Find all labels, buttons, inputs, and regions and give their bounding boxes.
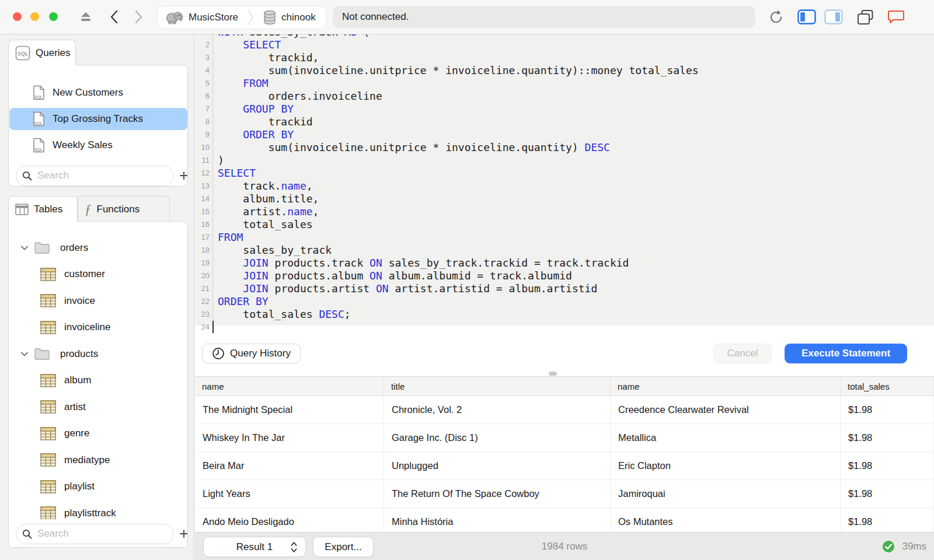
table-cell: Minha História bbox=[384, 508, 611, 536]
breadcrumb-server[interactable]: MusicStore bbox=[157, 10, 246, 25]
tree-table-row[interactable]: playlist bbox=[9, 474, 187, 500]
clock-icon bbox=[212, 347, 225, 360]
add-query-button[interactable]: + bbox=[179, 168, 188, 184]
tree-table-row[interactable]: album bbox=[9, 368, 187, 394]
query-item[interactable]: SQLWeekly Sales bbox=[9, 134, 187, 156]
query-item-label: Top Grossing Tracks bbox=[53, 113, 143, 125]
tree-label: invoiceline bbox=[64, 321, 110, 333]
code-line[interactable]: 21 JOIN products.artist ON artist.artist… bbox=[195, 282, 934, 295]
queries-panel: SQLNew Customers SQLTop Grossing Tracks … bbox=[8, 65, 188, 187]
code-line[interactable]: 22 ORDER BY bbox=[195, 295, 934, 308]
table-icon bbox=[40, 268, 56, 281]
code-line[interactable]: 14 album.title, bbox=[195, 192, 934, 205]
breadcrumb-database[interactable]: chinook bbox=[255, 10, 324, 25]
code-line[interactable]: 13 track.name, bbox=[195, 180, 934, 192]
code-line[interactable]: 16 total_sales bbox=[195, 218, 934, 231]
queries-search-row: + bbox=[9, 162, 187, 187]
chevron-down-icon[interactable] bbox=[20, 245, 29, 251]
export-button[interactable]: Export... bbox=[313, 537, 374, 557]
sidebar-left-icon[interactable] bbox=[797, 9, 816, 24]
close-window-button[interactable] bbox=[13, 12, 22, 21]
forward-button[interactable] bbox=[133, 9, 144, 25]
tables-search-input[interactable] bbox=[36, 527, 168, 540]
code-line[interactable]: 17 FROM bbox=[195, 231, 934, 244]
queries-search-field[interactable] bbox=[16, 166, 174, 186]
tree-label: invoice bbox=[64, 295, 95, 307]
code-line[interactable]: 12 SELECT bbox=[195, 167, 934, 180]
code-line[interactable]: 7 GROUP BY bbox=[195, 103, 934, 116]
tab-tables[interactable]: Tables bbox=[8, 196, 78, 222]
code-line[interactable]: 6 orders.invoiceline bbox=[195, 90, 934, 103]
code-line[interactable]: 19 JOIN products.track ON sales_by_track… bbox=[195, 257, 934, 270]
code-line[interactable]: 11 ) bbox=[195, 154, 934, 167]
line-number: 2 bbox=[195, 40, 210, 49]
code-line[interactable]: 3 trackid, bbox=[195, 51, 934, 64]
table-row[interactable]: Whiskey In The JarGarage Inc. (Disc 1)Me… bbox=[195, 424, 934, 452]
tree-table-row[interactable]: genre bbox=[9, 421, 187, 447]
back-button[interactable] bbox=[109, 9, 120, 25]
line-number: 11 bbox=[195, 156, 210, 164]
minimize-window-button[interactable] bbox=[30, 12, 39, 21]
table-row[interactable]: Beira MarUnpluggedEric Clapton$1.98 bbox=[195, 452, 934, 480]
code-line[interactable]: 5 FROM bbox=[195, 77, 934, 90]
tab-functions[interactable]: ƒ Functions bbox=[78, 196, 170, 222]
results-column-header[interactable]: name bbox=[611, 377, 841, 396]
title-bar: MusicStore chinook Not connected. bbox=[0, 0, 934, 34]
result-selector[interactable]: Result 1 bbox=[203, 537, 306, 557]
splitter-handle[interactable] bbox=[549, 372, 557, 376]
code-line[interactable]: 20 JOIN products.album ON album.albumid … bbox=[195, 270, 934, 282]
execute-statement-button[interactable]: Execute Statement bbox=[785, 344, 907, 363]
table-row[interactable]: Light YearsThe Return Of The Space Cowbo… bbox=[195, 480, 934, 508]
query-history-button[interactable]: Query History bbox=[202, 344, 301, 363]
results-rows: The Midnight SpecialChronicle, Vol. 2Cre… bbox=[195, 396, 934, 536]
add-table-button[interactable]: + bbox=[179, 526, 188, 542]
cancel-button[interactable]: Cancel bbox=[713, 344, 772, 363]
tree-label: genre bbox=[64, 428, 89, 439]
tables-search-field[interactable] bbox=[16, 524, 174, 544]
results-column-header[interactable]: title bbox=[384, 377, 611, 396]
table-icon bbox=[40, 321, 56, 334]
results-column-header[interactable]: total_sales bbox=[841, 377, 934, 396]
zoom-window-button[interactable] bbox=[49, 12, 58, 21]
windows-icon[interactable] bbox=[857, 9, 874, 25]
table-cell: Beira Mar bbox=[195, 452, 384, 480]
tree-table-row[interactable]: invoiceline bbox=[9, 314, 187, 341]
line-number: 23 bbox=[195, 310, 210, 318]
line-number: 5 bbox=[195, 79, 210, 88]
line-number: 7 bbox=[195, 104, 210, 113]
code-line[interactable]: 24 bbox=[195, 321, 934, 334]
tree-schema-row[interactable]: products bbox=[9, 341, 187, 367]
line-number: 10 bbox=[195, 143, 210, 152]
line-number: 9 bbox=[195, 130, 210, 139]
text-caret bbox=[212, 321, 214, 333]
code-line[interactable]: 8 trackid bbox=[195, 116, 934, 128]
code-line[interactable]: 9 ORDER BY bbox=[195, 128, 934, 141]
table-icon bbox=[40, 374, 56, 387]
sidebar-right-icon[interactable] bbox=[824, 9, 843, 24]
results-column-header[interactable]: name bbox=[195, 377, 384, 396]
table-row[interactable]: The Midnight SpecialChronicle, Vol. 2Cre… bbox=[195, 396, 934, 424]
code-line[interactable]: 10 sum(invoiceline.unitprice * invoiceli… bbox=[195, 141, 934, 154]
code-line[interactable]: 23 total_sales DESC; bbox=[195, 308, 934, 321]
breadcrumb-server-label: MusicStore bbox=[189, 12, 238, 23]
code-line[interactable]: 2 SELECT bbox=[195, 38, 934, 51]
tab-queries[interactable]: SQL Queries bbox=[8, 40, 76, 65]
code-line[interactable]: 18 sales_by_track bbox=[195, 244, 934, 257]
code-line[interactable]: 15 artist.name, bbox=[195, 205, 934, 218]
chat-bubble-icon[interactable] bbox=[887, 9, 905, 26]
eject-icon[interactable] bbox=[78, 10, 93, 24]
query-item[interactable]: SQLTop Grossing Tracks bbox=[9, 108, 187, 130]
table-cell: Metallica bbox=[611, 424, 841, 452]
duration-label: 39ms bbox=[902, 541, 926, 552]
refresh-icon[interactable] bbox=[768, 9, 784, 25]
queries-search-input[interactable] bbox=[36, 169, 168, 182]
table-cell: $1.98 bbox=[841, 424, 934, 452]
tree-table-row[interactable]: invoice bbox=[9, 288, 187, 314]
query-item[interactable]: SQLNew Customers bbox=[9, 82, 187, 104]
code-line[interactable]: 4 sum(invoiceline.unitprice * invoicelin… bbox=[195, 64, 934, 77]
tree-table-row[interactable]: customer bbox=[9, 261, 187, 288]
chevron-down-icon[interactable] bbox=[20, 351, 29, 357]
tree-schema-row[interactable]: orders bbox=[9, 235, 187, 261]
tree-table-row[interactable]: mediatype bbox=[9, 447, 187, 473]
tree-table-row[interactable]: artist bbox=[9, 394, 187, 420]
